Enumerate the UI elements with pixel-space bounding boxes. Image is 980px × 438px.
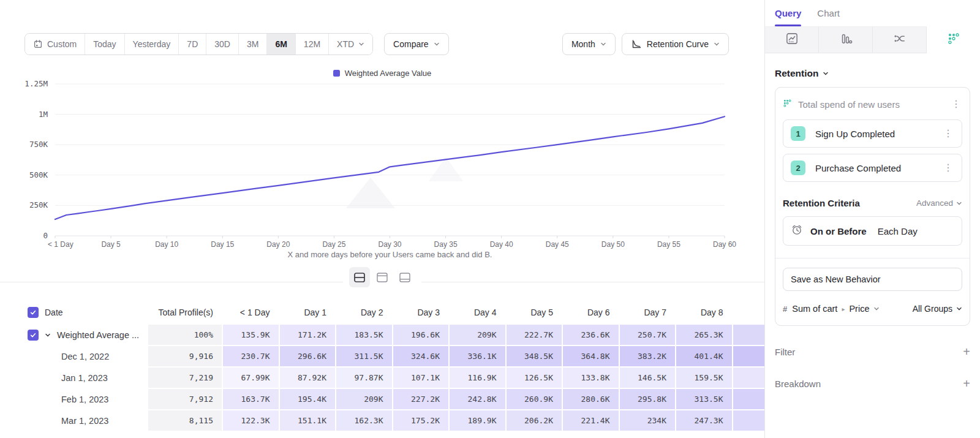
date-range-3m[interactable]: 3M xyxy=(238,34,266,55)
retention-value-cell-partial xyxy=(733,389,765,409)
check-icon xyxy=(29,309,37,316)
tab-funnels[interactable] xyxy=(819,26,873,53)
retention-value-cell: 151.1K xyxy=(280,410,336,431)
tab-insights[interactable] xyxy=(765,26,819,53)
cell-value: 206.2K xyxy=(524,416,553,425)
retention-value-cell: 135.9K xyxy=(223,325,279,345)
cell-value: 87.92K xyxy=(298,373,326,382)
cell-value: 151.1K xyxy=(298,416,326,425)
retention-value-cell: 133.8K xyxy=(563,368,619,388)
date-range-label: 7D xyxy=(187,39,198,49)
legend-swatch xyxy=(333,70,340,77)
retention-table: DateTotal Profile(s)< 1 DayDay 1Day 2Day… xyxy=(0,301,764,432)
cell-value: 295.8K xyxy=(638,395,666,404)
x-tick-label: Day 20 xyxy=(266,240,290,249)
expand-chevron-icon[interactable] xyxy=(45,332,51,338)
cell-value: 236.6K xyxy=(581,330,610,339)
column-header-label: Day 2 xyxy=(361,308,383,317)
retention-criteria-card[interactable]: On or Before Each Day xyxy=(783,216,962,246)
cell-value: 364.8K xyxy=(581,352,610,361)
date-range-xtd[interactable]: XTD xyxy=(328,34,372,55)
tab-flows[interactable] xyxy=(873,26,927,53)
add-breakdown-button[interactable]: + xyxy=(963,377,970,390)
step-card-1[interactable]: 1 Sign Up Completed ⋮ xyxy=(783,119,962,148)
panel-tabs: Query Chart xyxy=(765,0,980,26)
tab-retention[interactable] xyxy=(927,26,980,53)
retention-value-cell: 260.9K xyxy=(507,389,562,409)
date-range-6m[interactable]: 6M xyxy=(266,34,295,55)
cell-value: 336.1K xyxy=(468,352,497,361)
kebab-menu-icon[interactable]: ⋮ xyxy=(942,163,954,173)
date-range-today[interactable]: Today xyxy=(85,34,124,55)
chart-type-label: Retention Curve xyxy=(647,39,709,49)
add-filter-button[interactable]: + xyxy=(963,345,970,358)
x-tick-label: Day 45 xyxy=(546,240,569,249)
groups-dropdown[interactable]: All Groups xyxy=(913,304,962,314)
date-range-12m[interactable]: 12M xyxy=(295,34,328,55)
card-divider xyxy=(775,258,970,259)
view-toggle-split-icon xyxy=(353,272,366,283)
retention-value-cell: 313.5K xyxy=(676,389,732,409)
advanced-dropdown[interactable]: Advanced xyxy=(916,198,962,208)
retention-value-cell: 230.7K xyxy=(223,346,279,366)
date-range-yesterday[interactable]: Yesterday xyxy=(124,34,179,55)
cell-value: 196.6K xyxy=(411,330,440,339)
tab-chart[interactable]: Chart xyxy=(817,0,840,26)
save-behavior-button[interactable]: Save as New Behavior xyxy=(783,268,962,291)
table-view-toggles xyxy=(0,266,764,289)
criteria-title: Retention Criteria xyxy=(783,198,860,208)
table-header-cell: Day 4 xyxy=(450,301,505,323)
cell-value: 247.3K xyxy=(695,416,723,425)
x-tick-label: Day 35 xyxy=(434,240,458,249)
query-panel: Query Chart Retention xyxy=(764,0,980,438)
chart-type-button[interactable]: Retention Curve xyxy=(622,33,729,55)
view-toggle-bottom[interactable] xyxy=(394,267,415,287)
date-range-label: Yesterday xyxy=(133,39,171,49)
cell-value: 116.9K xyxy=(468,373,497,382)
chevron-down-icon xyxy=(873,306,880,312)
cell-value: 401.4K xyxy=(695,352,723,361)
behavior-dots-icon xyxy=(783,99,792,110)
column-header-label: Day 5 xyxy=(530,308,553,317)
measure-dropdown[interactable]: Sum of cart ▸ Price xyxy=(792,304,880,314)
step-number-badge: 2 xyxy=(791,160,805,175)
tab-query[interactable]: Query xyxy=(775,0,801,26)
criteria-value: Each Day xyxy=(878,226,918,236)
kebab-menu-icon[interactable]: ⋮ xyxy=(950,99,962,109)
legend-label: Weighted Average Value xyxy=(345,69,432,78)
select-all-checkbox[interactable] xyxy=(28,307,39,318)
table-header-date: Date xyxy=(0,301,147,323)
date-range-selector: CustomTodayYesterday7D30D3M6M12MXTD xyxy=(24,33,373,55)
row-checkbox[interactable] xyxy=(28,330,39,341)
date-range-30d[interactable]: 30D xyxy=(206,34,238,55)
flows-icon xyxy=(893,32,907,48)
cell-value: 260.9K xyxy=(524,395,553,404)
granularity-button[interactable]: Month xyxy=(562,33,616,55)
view-toggle-top[interactable] xyxy=(372,267,393,287)
row-total-cell: 7,912 xyxy=(148,389,222,409)
retention-value-cell: 122.3K xyxy=(223,410,279,431)
table-header-cell: Total Profile(s) xyxy=(148,301,222,323)
row-label: Jan 1, 2023 xyxy=(61,373,108,383)
total-value: 100% xyxy=(194,330,213,339)
retention-value-cell: 196.6K xyxy=(393,325,449,345)
retention-value-cell: 163.7K xyxy=(223,389,279,409)
report-section-dropdown[interactable]: Retention xyxy=(775,68,970,79)
row-date-cell: Mar 1, 2023 xyxy=(0,410,147,431)
chevron-down-icon xyxy=(823,70,829,77)
date-range-custom[interactable]: Custom xyxy=(25,34,85,55)
chevron-down-icon xyxy=(956,200,962,206)
y-tick-label: 250K xyxy=(29,200,48,210)
view-toggle-split[interactable] xyxy=(349,267,370,287)
column-header-label: Total Profile(s) xyxy=(159,308,213,317)
compare-button[interactable]: Compare xyxy=(384,33,449,55)
cell-value: 221.4K xyxy=(581,416,610,425)
date-range-7d[interactable]: 7D xyxy=(178,34,206,55)
table-header-row: DateTotal Profile(s)< 1 DayDay 1Day 2Day… xyxy=(0,301,764,323)
kebab-menu-icon[interactable]: ⋮ xyxy=(942,129,954,138)
step-number-badge: 1 xyxy=(791,126,805,141)
row-label: Weighted Average ... xyxy=(57,330,139,340)
x-tick-label: Day 60 xyxy=(713,240,736,249)
column-header-label: Day 3 xyxy=(417,308,440,317)
step-card-2[interactable]: 2 Purchase Completed ⋮ xyxy=(783,154,962,182)
